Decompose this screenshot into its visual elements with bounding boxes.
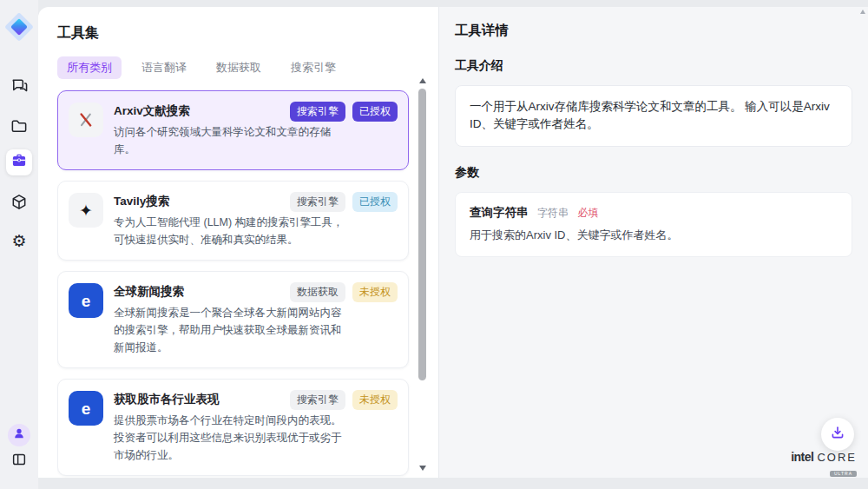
params-heading: 参数 — [455, 165, 852, 181]
tool-card[interactable]: e 全球新闻搜索 全球新闻搜索是一个聚合全球各大新闻网站内容的搜索引擎，帮助用户… — [57, 271, 409, 368]
category-tabs: 所有类别语言翻译数据获取搜索引擎 — [57, 56, 438, 79]
tool-card-list: Arxiv文献搜索 访问各个研究领域大量科学论文和文章的存储库。 搜索引擎 已授… — [57, 90, 438, 478]
sidebar-item-account[interactable] — [8, 424, 30, 446]
param-type: 字符串 — [537, 207, 569, 219]
auth-status-badge: 未授权 — [352, 390, 398, 410]
folder-icon — [10, 117, 29, 139]
tool-card-description: 专为人工智能代理 (LLM) 构建的搜索引擎工具，可快速提供实时、准确和真实的结… — [114, 214, 346, 248]
core-wordmark: core — [817, 451, 857, 464]
tab-2[interactable]: 数据获取 — [207, 56, 271, 79]
page-title: 工具集 — [57, 24, 438, 43]
sidebar-item-settings[interactable]: ⚙ — [11, 233, 26, 249]
download-icon — [830, 425, 845, 444]
auth-status-badge: 已授权 — [352, 102, 398, 122]
param-description: 用于搜索的Arxiv ID、关键字或作者姓名。 — [470, 228, 838, 243]
auth-status-badge: 未授权 — [352, 282, 398, 302]
sidebar-item-tools[interactable] — [6, 149, 32, 175]
auth-status-badge: 已授权 — [352, 192, 398, 212]
detail-title: 工具详情 — [455, 22, 852, 40]
tool-card[interactable]: Arxiv文献搜索 访问各个研究领域大量科学论文和文章的存储库。 搜索引擎 已授… — [57, 90, 409, 170]
param-header: 查询字符串 字符串 必填 — [470, 204, 838, 221]
tool-card-description: 全球新闻搜索是一个聚合全球各大新闻网站内容的搜索引擎，帮助用户快速获取全球最新资… — [114, 304, 346, 356]
intro-heading: 工具介绍 — [455, 58, 852, 74]
category-badge: 搜索引擎 — [290, 390, 345, 410]
category-badge: 搜索引擎 — [290, 102, 345, 122]
cube-icon — [10, 193, 29, 215]
panel-toggle-icon — [10, 451, 28, 472]
intro-card: 一个用于从Arxiv存储库搜索科学论文和文章的工具。 输入可以是Arxiv ID… — [455, 85, 852, 147]
sidebar-item-files[interactable] — [10, 117, 29, 139]
download-button[interactable] — [821, 418, 854, 451]
tab-0[interactable]: 所有类别 — [57, 56, 122, 79]
tool-card-description: 访问各个研究领域大量科学论文和文章的存储库。 — [114, 123, 346, 158]
tool-card-description: 提供股票市场各个行业在特定时间段内的表现。投资者可以利用这些信息来识别表现优于或… — [114, 412, 346, 464]
scrollbar-up-arrow-icon[interactable] — [419, 78, 426, 83]
chat-icon — [10, 76, 29, 97]
tool-list-pane: 工具集 所有类别语言翻译数据获取搜索引擎 Arxiv文献搜索 访问各个研究领域大… — [38, 7, 438, 478]
tool-card[interactable]: e 获取股市各行业表现 提供股票市场各个行业在特定时间段内的表现。投资者可以利用… — [57, 379, 409, 476]
tab-1[interactable]: 语言翻译 — [132, 56, 196, 79]
toolbox-icon — [10, 152, 28, 173]
arxiv-icon — [69, 102, 103, 137]
intel-wordmark: intel — [791, 450, 813, 464]
app-window: ⚙ 工具集 所有类别语言翻译数据获取搜索引擎 — [0, 0, 868, 489]
tool-card[interactable]: ✦ Tavily搜索 专为人工智能代理 (LLM) 构建的搜索引擎工具，可快速提… — [57, 181, 409, 261]
param-card: 查询字符串 字符串 必填 用于搜索的Arxiv ID、关键字或作者姓名。 — [455, 192, 852, 257]
app-logo — [5, 13, 33, 41]
scrollbar-down-arrow-icon[interactable] — [419, 466, 426, 471]
juhe-icon: e — [69, 283, 103, 318]
intel-core-logo: intelcore ultra — [791, 450, 857, 478]
tool-detail-pane: 工具详情 工具介绍 一个用于从Arxiv存储库搜索科学论文和文章的工具。 输入可… — [438, 7, 868, 478]
juhe-icon: e — [69, 391, 103, 426]
category-badge: 数据获取 — [290, 282, 345, 302]
list-scrollbar[interactable] — [418, 75, 428, 474]
sidebar: ⚙ — [0, 0, 38, 489]
tab-3[interactable]: 搜索引擎 — [281, 56, 345, 79]
sidebar-item-models[interactable] — [10, 193, 29, 215]
sidebar-item-chat[interactable] — [10, 76, 29, 97]
category-badge: 搜索引擎 — [290, 192, 345, 212]
scrollbar-thumb[interactable] — [418, 89, 426, 380]
ultra-badge: ultra — [830, 471, 857, 477]
detail-scrollbar-arrow-icon[interactable] — [860, 10, 865, 14]
param-required-badge: 必填 — [577, 207, 598, 219]
intro-text: 一个用于从Arxiv存储库搜索科学论文和文章的工具。 输入可以是Arxiv ID… — [470, 100, 830, 130]
param-name: 查询字符串 — [470, 206, 529, 219]
gear-icon: ⚙ — [11, 233, 26, 249]
main-panel: 工具集 所有类别语言翻译数据获取搜索引擎 Arxiv文献搜索 访问各个研究领域大… — [38, 7, 868, 478]
tavily-icon: ✦ — [69, 193, 103, 228]
sidebar-item-panel-toggle[interactable] — [10, 451, 28, 472]
user-icon — [13, 427, 25, 443]
